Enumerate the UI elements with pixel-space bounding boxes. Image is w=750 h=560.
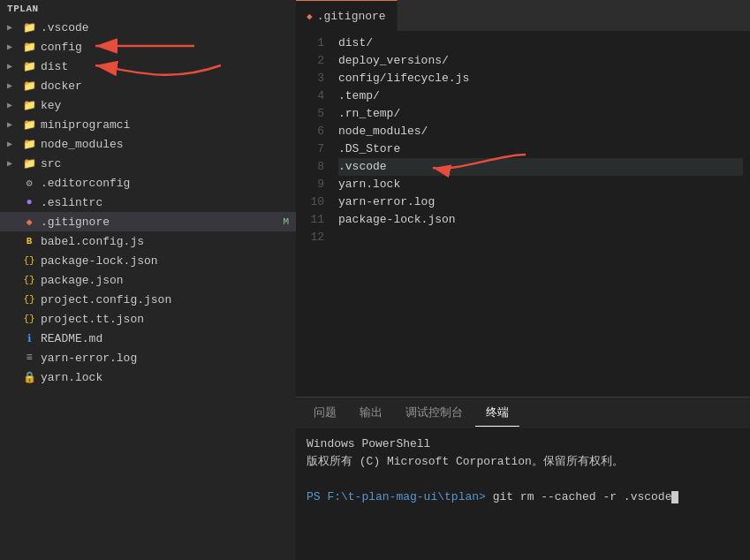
terminal-line-3: [307, 471, 739, 488]
code-lines: dist/ deploy_versions/ config/lifecycle.…: [331, 31, 750, 397]
folder-icon: 📁: [21, 41, 37, 54]
folder-icon: 📁: [21, 157, 37, 170]
item-label: miniprogramci: [41, 118, 296, 132]
item-label: .vscode: [41, 21, 296, 34]
item-label: .eslintrc: [41, 196, 296, 209]
code-line-10: yarn-error.log: [338, 193, 743, 211]
sidebar-item-project-config[interactable]: ▶ {} project.config.json: [0, 290, 296, 309]
sidebar-item-dist[interactable]: ▶ 📁 dist: [0, 57, 296, 76]
terminal-line-4: PS F:\t-plan-mag-ui\tplan> git rm --cach…: [307, 488, 739, 506]
sidebar-item-eslintrc[interactable]: ▶ ● .eslintrc: [0, 193, 296, 212]
terminal-line-1: Windows PowerShell: [307, 435, 739, 453]
expand-arrow: ▶: [7, 139, 21, 149]
bottom-panel: 问题 输出 调试控制台 终端 Windows PowerShell 版权所有 (…: [296, 397, 750, 560]
tab-output[interactable]: 输出: [349, 399, 393, 427]
item-label: .gitignore: [41, 216, 283, 229]
code-line-4: .temp/: [338, 87, 743, 105]
expand-arrow: ▶: [7, 119, 21, 130]
code-line-8: .vscode: [338, 158, 743, 176]
code-line-7: .DS_Store: [338, 140, 743, 158]
terminal-content[interactable]: Windows PowerShell 版权所有 (C) Microsoft Co…: [296, 428, 750, 560]
code-line-1: dist/: [338, 34, 743, 52]
code-line-12: [338, 229, 743, 246]
sidebar-item-vscode[interactable]: ▶ 📁 .vscode: [0, 18, 296, 37]
sidebar-item-config[interactable]: ▶ 📁 config: [0, 37, 296, 57]
sidebar-item-miniprogramci[interactable]: ▶ 📁 miniprogramci: [0, 115, 296, 134]
sidebar-item-editorconfig[interactable]: ▶ ⚙ .editorconfig: [0, 173, 296, 193]
sidebar-item-yarn-error[interactable]: ▶ ≡ yarn-error.log: [0, 348, 296, 367]
sidebar-item-src[interactable]: ▶ 📁 src: [0, 154, 296, 173]
sidebar-item-node-modules[interactable]: ▶ 📁 node_modules: [0, 134, 296, 154]
tab-terminal[interactable]: 终端: [475, 399, 519, 427]
item-label: .editorconfig: [41, 177, 296, 190]
folder-icon: 📁: [21, 60, 37, 73]
json-icon: {}: [21, 255, 37, 266]
terminal-line-2: 版权所有 (C) Microsoft Corporation。保留所有权利。: [307, 453, 739, 471]
editor-pane: ◆ .gitignore 1 2 3 4 5 6 7 8 9 10: [296, 0, 750, 560]
item-label: project.tt.json: [41, 313, 296, 326]
item-label: dist: [41, 60, 296, 73]
tab-problems[interactable]: 问题: [303, 399, 347, 427]
item-label: node_modules: [41, 138, 296, 151]
sidebar-item-gitignore[interactable]: ▶ ◆ .gitignore M: [0, 212, 296, 231]
code-line-6: node_modules/: [338, 123, 743, 140]
eslint-icon: ●: [21, 196, 37, 208]
sidebar-item-babel[interactable]: ▶ B babel.config.js: [0, 231, 296, 251]
item-label: package.json: [41, 274, 296, 287]
sidebar-item-key[interactable]: ▶ 📁 key: [0, 95, 296, 115]
tab-file-icon: ◆: [307, 11, 313, 22]
folder-icon: 📁: [21, 21, 37, 34]
line-numbers: 1 2 3 4 5 6 7 8 9 10 11 12: [296, 31, 331, 397]
tab-label: .gitignore: [317, 10, 386, 23]
code-editor[interactable]: 1 2 3 4 5 6 7 8 9 10 11 12 dist/ deploy_…: [296, 31, 750, 397]
folder-icon: 📁: [21, 138, 37, 151]
info-icon: ℹ: [21, 332, 37, 345]
gear-icon: ⚙: [21, 177, 37, 190]
folder-icon: 📁: [21, 118, 37, 132]
expand-arrow: ▶: [7, 42, 21, 52]
list-icon: ≡: [21, 352, 37, 364]
git-icon: ◆: [21, 216, 37, 229]
code-line-11: package-lock.json: [338, 211, 743, 229]
panel-tab-bar: 问题 输出 调试控制台 终端: [296, 397, 750, 428]
tab-debug-console[interactable]: 调试控制台: [395, 399, 473, 427]
item-label: project.config.json: [41, 293, 296, 306]
editor-tab-bar: ◆ .gitignore: [296, 0, 750, 31]
expand-arrow: ▶: [7, 22, 21, 33]
expand-arrow: ▶: [7, 61, 21, 72]
json-icon: {}: [21, 314, 37, 324]
modified-badge: M: [283, 216, 289, 227]
item-label: yarn-error.log: [41, 352, 296, 365]
code-line-3: config/lifecycle.js: [338, 70, 743, 87]
file-explorer: TPLAN ▶ 📁 .vscode ▶ 📁 config ▶ 📁 dist ▶ …: [0, 0, 296, 560]
sidebar-item-package[interactable]: ▶ {} package.json: [0, 270, 296, 290]
item-label: package-lock.json: [41, 254, 296, 268]
item-label: babel.config.js: [41, 235, 296, 248]
sidebar-item-yarn-lock[interactable]: ▶ 🔒 yarn.lock: [0, 367, 296, 387]
code-line-5: .rn_temp/: [338, 105, 743, 123]
item-label: key: [41, 99, 296, 112]
item-label: docker: [41, 79, 296, 93]
babel-icon: B: [21, 236, 37, 246]
json-icon: {}: [21, 294, 37, 305]
item-label: config: [41, 41, 296, 54]
terminal-cursor: [671, 491, 678, 503]
sidebar-item-package-lock[interactable]: ▶ {} package-lock.json: [0, 251, 296, 270]
terminal-command: git rm --cached -r .vscode: [493, 490, 672, 503]
sidebar-item-readme[interactable]: ▶ ℹ README.md: [0, 329, 296, 348]
item-label: yarn.lock: [41, 371, 296, 384]
expand-arrow: ▶: [7, 100, 21, 110]
expand-arrow: ▶: [7, 158, 21, 169]
json-icon: {}: [21, 275, 37, 285]
terminal-prompt: PS F:\t-plan-mag-ui\tplan>: [307, 490, 493, 503]
code-line-2: deploy_versions/: [338, 52, 743, 70]
item-label: README.md: [41, 332, 296, 345]
expand-arrow: ▶: [7, 80, 21, 91]
folder-icon: 📁: [21, 99, 37, 112]
tab-gitignore[interactable]: ◆ .gitignore: [296, 0, 398, 31]
code-line-9: yarn.lock: [338, 176, 743, 193]
folder-icon: 📁: [21, 79, 37, 93]
sidebar-item-docker[interactable]: ▶ 📁 docker: [0, 76, 296, 95]
sidebar-item-project-tt[interactable]: ▶ {} project.tt.json: [0, 309, 296, 329]
section-header: TPLAN: [0, 0, 296, 18]
